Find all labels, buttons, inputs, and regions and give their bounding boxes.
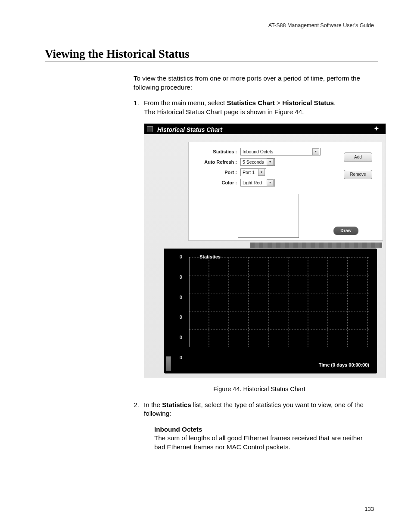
remove-button[interactable]: Remove <box>344 170 372 179</box>
definition-desc: The sum of lengths of all good Ethernet … <box>154 434 375 451</box>
chart-x-axis-label: Time (0 days 00:00:00) <box>319 362 369 368</box>
port-select[interactable]: Port 1 ▾ <box>240 168 266 176</box>
y-tick: 0 <box>180 335 182 341</box>
chevron-down-icon: ▾ <box>312 148 319 155</box>
draw-button[interactable]: Draw <box>333 227 358 235</box>
auto-refresh-select[interactable]: 5 Seconds ▾ <box>240 158 275 166</box>
statistics-select[interactable]: Inbound Octets ▾ <box>240 148 321 156</box>
chart-panel: Statistics Time (0 days 00:00:00) <box>164 249 377 373</box>
y-tick: 0 <box>180 254 182 260</box>
label-color: Color : <box>194 180 240 186</box>
chart-grid <box>189 257 369 347</box>
page-header-right: AT-S88 Management Software User's Guide <box>268 22 374 28</box>
y-tick: 0 <box>180 315 182 321</box>
panel-title: Historical Status Chart <box>157 126 222 134</box>
form-panel: Statistics : Inbound Octets ▾ Auto Refre… <box>188 142 383 241</box>
selected-series-listbox[interactable] <box>238 194 299 238</box>
y-tick: 0 <box>180 295 182 301</box>
label-auto-refresh: Auto Refresh : <box>194 159 240 165</box>
step-2: 2. In the Statistics list, select the ty… <box>134 401 375 452</box>
section-title: Viewing the Historical Status <box>45 47 378 61</box>
step-1-text: From the main menu, select Statistics Ch… <box>144 99 336 106</box>
y-tick: 0 <box>180 355 182 361</box>
step-2-text: In the Statistics list, select the type … <box>144 401 364 417</box>
tab-strip <box>250 243 382 248</box>
figure-caption: Figure 44. Historical Status Chart <box>144 385 375 394</box>
intro-paragraph: To view the statistics from one or more … <box>134 74 375 92</box>
chart-plot-area: 0 0 0 0 0 0 <box>189 257 369 358</box>
add-button[interactable]: Add <box>344 152 372 162</box>
step-1: 1. From the main menu, select Statistics… <box>134 99 375 394</box>
historical-status-screenshot: Historical Status Chart ✦ Statistics : I… <box>144 123 386 378</box>
y-tick: 0 <box>180 274 182 280</box>
step-number: 1. <box>134 99 139 108</box>
step-number: 2. <box>134 401 139 410</box>
step-1-sub: The Historical Status Chart page is show… <box>144 108 375 117</box>
label-port: Port : <box>194 169 240 176</box>
brand-logo-icon: ✦ <box>374 125 383 133</box>
definition-term: Inbound Octets <box>154 425 375 434</box>
color-select[interactable]: Light Red ▾ <box>240 179 275 187</box>
page-number: 133 <box>364 506 374 512</box>
scroll-handle[interactable] <box>166 356 171 371</box>
chevron-down-icon: ▾ <box>267 159 274 165</box>
chevron-down-icon: ▾ <box>258 169 265 176</box>
panel-titlebar: Historical Status Chart <box>147 125 383 134</box>
label-statistics: Statistics : <box>194 149 240 155</box>
chevron-down-icon: ▾ <box>267 179 274 186</box>
title-rule <box>45 62 378 62</box>
